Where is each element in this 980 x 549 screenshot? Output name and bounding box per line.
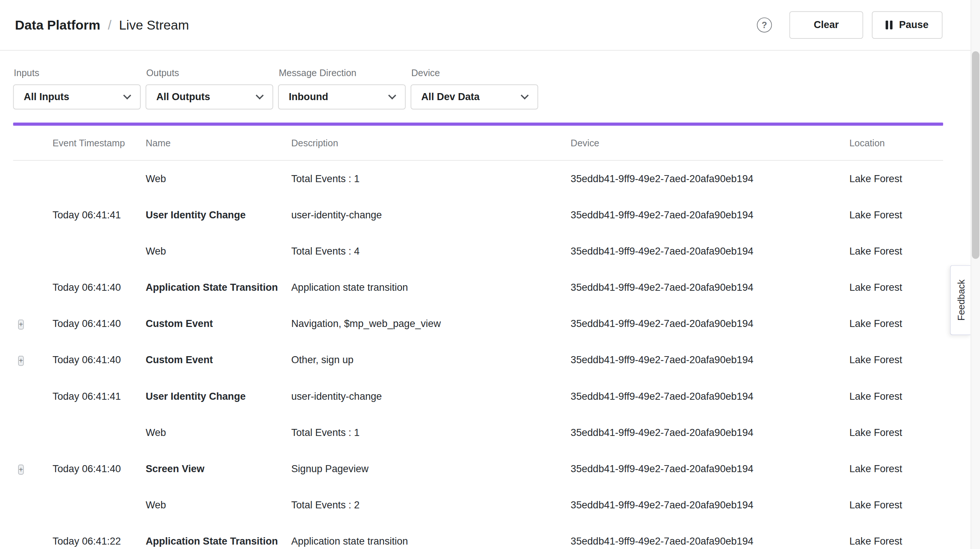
cell-name: User Identity Change [145, 209, 291, 220]
column-header-name: Name [145, 137, 291, 148]
cell-description: Signup Pageview [291, 463, 571, 474]
expand-row-icon[interactable]: + [18, 465, 24, 475]
cell-timestamp: Today 06:41:41 [52, 391, 145, 402]
cell-device: 35eddb41-9ff9-49e2-7aed-20afa90eb194 [571, 536, 849, 547]
clear-button[interactable]: Clear [789, 11, 863, 38]
page-header: Data Platform / Live Stream ? Clear Paus… [0, 0, 980, 51]
cell-name: Web [145, 173, 291, 184]
column-header-device: Device [571, 137, 849, 148]
table-row[interactable]: + Web Total Events : 4 35eddb41-9ff9-49e… [13, 233, 943, 269]
cell-location: Lake Forest [849, 318, 943, 330]
cell-device: 35eddb41-9ff9-49e2-7aed-20afa90eb194 [571, 246, 849, 257]
cell-timestamp: Today 06:41:40 [52, 463, 145, 474]
inputs-dropdown-value: All Inputs [24, 91, 69, 102]
cell-timestamp: Today 06:41:40 [52, 318, 145, 330]
pause-button[interactable]: Pause [872, 11, 942, 38]
cell-device: 35eddb41-9ff9-49e2-7aed-20afa90eb194 [571, 209, 849, 220]
cell-description: Total Events : 2 [291, 500, 571, 511]
chevron-down-icon [521, 91, 529, 99]
cell-location: Lake Forest [849, 355, 943, 366]
cell-device: 35eddb41-9ff9-49e2-7aed-20afa90eb194 [571, 391, 849, 402]
filter-message-direction-label: Message Direction [278, 68, 406, 78]
cell-device: 35eddb41-9ff9-49e2-7aed-20afa90eb194 [571, 463, 849, 474]
filter-device-label: Device [410, 68, 538, 78]
column-header-location: Location [849, 137, 943, 148]
cell-timestamp: Today 06:41:22 [52, 536, 145, 547]
breadcrumb-separator: / [108, 18, 111, 32]
cell-location: Lake Forest [849, 463, 943, 474]
breadcrumb: Data Platform / Live Stream [15, 18, 189, 32]
filter-inputs-label: Inputs [13, 68, 141, 78]
outputs-dropdown-value: All Outputs [156, 91, 210, 102]
cell-device: 35eddb41-9ff9-49e2-7aed-20afa90eb194 [571, 282, 849, 293]
table-row[interactable]: + Web Total Events : 2 35eddb41-9ff9-49e… [13, 487, 943, 523]
help-icon[interactable]: ? [757, 18, 772, 32]
filter-device: Device All Dev Data [410, 68, 538, 109]
cell-timestamp: Today 06:41:40 [52, 355, 145, 366]
filter-bar: Inputs All Inputs Outputs All Outputs Me… [13, 51, 943, 109]
cell-description: Total Events : 1 [291, 427, 571, 438]
scrollbar-thumb[interactable] [972, 51, 979, 259]
table-row[interactable]: + Web Total Events : 1 35eddb41-9ff9-49e… [13, 161, 943, 197]
scrollbar-track[interactable] [971, 0, 980, 549]
page-title: Live Stream [119, 18, 189, 32]
message-direction-dropdown-value: Inbound [289, 91, 328, 102]
cell-device: 35eddb41-9ff9-49e2-7aed-20afa90eb194 [571, 173, 849, 184]
cell-description: Application state transition [291, 282, 571, 293]
cell-name: Web [145, 500, 291, 511]
cell-device: 35eddb41-9ff9-49e2-7aed-20afa90eb194 [571, 318, 849, 330]
cell-name: Web [145, 427, 291, 438]
table-header-row: Event Timestamp Name Description Device … [13, 126, 943, 161]
inputs-dropdown[interactable]: All Inputs [13, 85, 141, 110]
table-row[interactable]: + Today 06:41:41 User Identity Change us… [13, 378, 943, 415]
cell-description: Navigation, $mp_web_page_view [291, 318, 571, 330]
filter-message-direction: Message Direction Inbound [278, 68, 406, 109]
device-dropdown[interactable]: All Dev Data [410, 85, 538, 110]
cell-location: Lake Forest [849, 536, 943, 547]
device-dropdown-value: All Dev Data [421, 91, 480, 102]
table-row[interactable]: + Today 06:41:41 User Identity Change us… [13, 197, 943, 233]
table-row[interactable]: + Today 06:41:22 Application State Trans… [13, 523, 943, 549]
cell-location: Lake Forest [849, 173, 943, 184]
cell-description: Other, sign up [291, 355, 571, 366]
cell-description: user-identity-change [291, 209, 571, 220]
cell-location: Lake Forest [849, 391, 943, 402]
pause-button-label: Pause [899, 19, 929, 30]
table-row[interactable]: + Web Total Events : 1 35eddb41-9ff9-49e… [13, 415, 943, 451]
cell-location: Lake Forest [849, 246, 943, 257]
table-row[interactable]: + Today 06:41:40 Custom Event Other, sig… [13, 342, 943, 378]
feedback-tab[interactable]: Feedback [950, 265, 971, 335]
filter-inputs: Inputs All Inputs [13, 68, 141, 109]
cell-name: Custom Event [145, 318, 291, 330]
feedback-tab-label: Feedback [955, 280, 966, 321]
cell-name: User Identity Change [145, 391, 291, 402]
breadcrumb-section[interactable]: Data Platform [15, 18, 100, 32]
cell-description: Total Events : 4 [291, 246, 571, 257]
outputs-dropdown[interactable]: All Outputs [145, 85, 273, 110]
cell-description: Total Events : 1 [291, 173, 571, 184]
header-actions: ? Clear Pause [757, 11, 943, 38]
filter-outputs-label: Outputs [145, 68, 273, 78]
message-direction-dropdown[interactable]: Inbound [278, 85, 406, 110]
events-table: Event Timestamp Name Description Device … [13, 126, 943, 549]
cell-description: user-identity-change [291, 391, 571, 402]
cell-location: Lake Forest [849, 282, 943, 293]
table-row[interactable]: + Today 06:41:40 Application State Trans… [13, 270, 943, 306]
table-row[interactable]: + Today 06:41:40 Screen View Signup Page… [13, 451, 943, 487]
table-row[interactable]: + Today 06:41:40 Custom Event Navigation… [13, 306, 943, 342]
column-header-description: Description [291, 137, 571, 148]
cell-name: Screen View [145, 463, 291, 474]
chevron-down-icon [388, 91, 396, 99]
chevron-down-icon [256, 91, 264, 99]
main-content: Inputs All Inputs Outputs All Outputs Me… [13, 51, 943, 549]
cell-timestamp: Today 06:41:40 [52, 282, 145, 293]
cell-name: Web [145, 246, 291, 257]
pause-icon [886, 21, 893, 30]
column-header-timestamp: Event Timestamp [52, 137, 145, 148]
live-stream-page: Data Platform / Live Stream ? Clear Paus… [0, 0, 980, 549]
cell-name: Application State Transition [145, 536, 291, 547]
cell-location: Lake Forest [849, 209, 943, 220]
expand-row-icon[interactable]: + [18, 356, 24, 366]
accent-bar [13, 123, 943, 126]
expand-row-icon[interactable]: + [18, 319, 24, 330]
